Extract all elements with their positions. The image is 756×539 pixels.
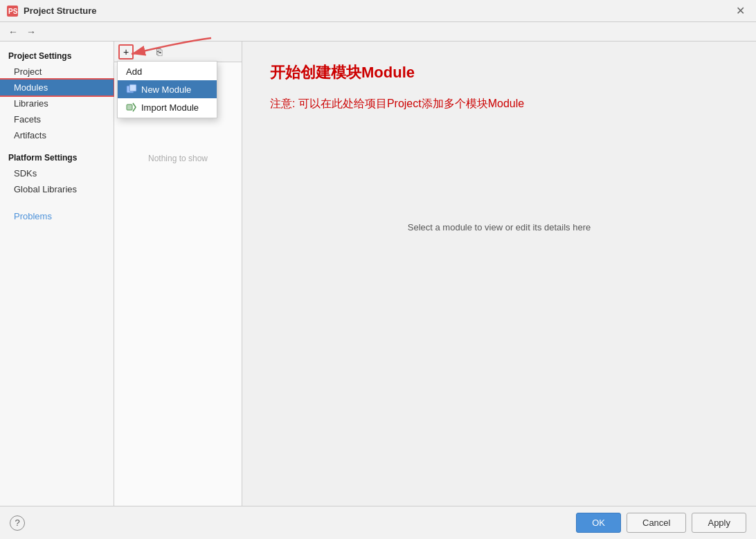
platform-settings-title: Platform Settings (0, 149, 114, 165)
module-icon (126, 84, 137, 95)
help-button[interactable]: ? (10, 515, 25, 531)
bottom-right: OK Cancel Apply (576, 513, 746, 533)
add-dropdown-menu: Add New Module Import Module (117, 61, 217, 118)
cancel-button[interactable]: Cancel (627, 513, 686, 533)
sidebar-item-artifacts[interactable]: Artifacts (0, 127, 114, 143)
close-button[interactable]: ✕ (732, 3, 749, 19)
sidebar: Project Settings Project Modules Librari… (0, 42, 114, 506)
ok-button[interactable]: OK (576, 513, 621, 533)
svg-rect-4 (127, 104, 132, 110)
title-bar: PS Project Structure ✕ (0, 0, 756, 22)
add-module-button[interactable]: + (118, 44, 134, 60)
copy-module-button[interactable]: ⎘ (152, 44, 167, 60)
sidebar-item-sdks[interactable]: SDKs (0, 165, 114, 181)
import-icon (126, 102, 137, 113)
new-module-menu-item[interactable]: New Module (118, 80, 217, 98)
main-layout: Project Settings Project Modules Librari… (0, 42, 756, 506)
app-icon: PS (7, 6, 18, 17)
svg-rect-3 (129, 84, 136, 91)
sidebar-item-libraries[interactable]: Libraries (0, 95, 114, 111)
nothing-to-show: Nothing to show (114, 145, 242, 172)
sidebar-item-facets[interactable]: Facets (0, 111, 114, 127)
nav-bar: ← → (0, 22, 756, 42)
content-note-cn: 注意: 可以在此处给项目Project添加多个模块Module (270, 97, 524, 111)
sidebar-item-project[interactable]: Project (0, 64, 114, 80)
bottom-bar: ? OK Cancel Apply (0, 506, 756, 539)
window-title: Project Structure (24, 6, 96, 16)
content-title-cn: 开始创建模块Module (270, 62, 415, 83)
sidebar-item-modules[interactable]: Modules (0, 78, 115, 97)
import-module-menu-item[interactable]: Import Module (118, 98, 217, 116)
apply-button[interactable]: Apply (692, 513, 746, 533)
svg-text:PS: PS (8, 8, 18, 15)
middle-toolbar: + − ⎘ (114, 42, 242, 62)
add-menu-item[interactable]: Add (118, 63, 217, 80)
add-label: Add (126, 66, 142, 77)
new-module-label: New Module (141, 84, 191, 95)
right-content: 开始创建模块Module 注意: 可以在此处给项目Project添加多个模块Mo… (242, 42, 756, 506)
bottom-left: ? (10, 515, 25, 531)
remove-module-button[interactable]: − (135, 44, 150, 60)
forward-button[interactable]: → (24, 25, 39, 39)
sidebar-item-global-libraries[interactable]: Global Libraries (0, 181, 114, 197)
content-hint: Select a module to view or edit its deta… (408, 222, 591, 232)
project-settings-title: Project Settings (0, 47, 114, 64)
back-button[interactable]: ← (6, 25, 21, 39)
import-module-label: Import Module (141, 102, 199, 113)
middle-panel: + − ⎘ Add New Module Import Modul (114, 42, 242, 506)
title-bar-left: PS Project Structure (7, 6, 96, 17)
sidebar-item-problems[interactable]: Problems (0, 208, 114, 224)
